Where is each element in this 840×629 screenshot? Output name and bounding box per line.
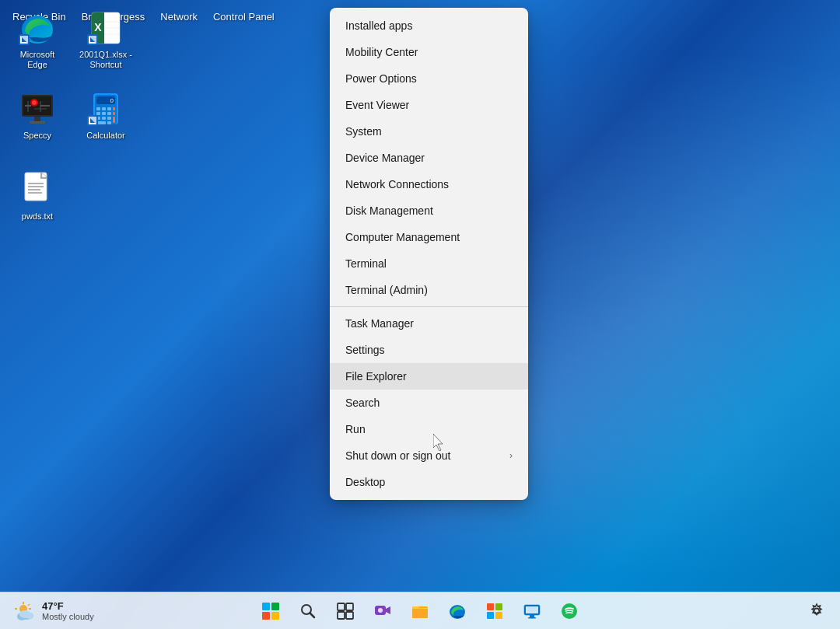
menu-label-run: Run <box>345 423 366 435</box>
excel-icon-image: X <box>87 9 124 47</box>
menu-item-event-viewer[interactable]: Event Viewer <box>330 92 528 118</box>
menu-item-shut-down[interactable]: Shut down or sign out › <box>330 442 528 469</box>
menu-item-installed-apps[interactable]: Installed apps <box>330 12 528 39</box>
menu-item-terminal-admin[interactable]: Terminal (Admin) <box>330 277 528 303</box>
weather-icon <box>12 599 37 624</box>
menu-label-mobility-center: Mobility Center <box>345 46 418 58</box>
calculator-icon-desktop[interactable]: 0 <box>75 87 137 165</box>
calculator-label: Calculator <box>86 131 125 141</box>
desktop: Recycle Bin Brian Burgess Network Contro… <box>0 0 840 629</box>
weather-text: 47°F Mostly cloudy <box>42 600 94 621</box>
menu-label-terminal-admin: Terminal (Admin) <box>345 284 428 296</box>
menu-label-device-manager: Device Manager <box>345 152 425 164</box>
settings-taskbar-button[interactable] <box>800 594 834 628</box>
excel-label: 2001Q1.xlsx - Shortcut <box>78 50 134 70</box>
menu-item-desktop[interactable]: Desktop <box>330 469 528 495</box>
task-view-button[interactable] <box>328 594 362 628</box>
svg-rect-71 <box>338 603 345 610</box>
start-button[interactable] <box>254 594 288 628</box>
svg-text:X: X <box>94 21 102 33</box>
svg-rect-38 <box>113 112 115 115</box>
menu-item-run[interactable]: Run <box>330 416 528 442</box>
weather-temp: 47°F <box>42 600 94 612</box>
svg-point-19 <box>32 100 37 105</box>
menu-label-network-connections: Network Connections <box>345 178 449 190</box>
edge-label: Microsoft Edge <box>9 50 65 70</box>
svg-rect-35 <box>96 112 100 115</box>
control-panel-label: Control Panel <box>213 11 275 23</box>
svg-rect-88 <box>528 617 536 619</box>
txt-label: pwds.txt <box>22 211 53 222</box>
svg-rect-34 <box>113 107 115 110</box>
svg-rect-41 <box>107 117 111 120</box>
file-explorer-taskbar-button[interactable] <box>403 594 437 628</box>
taskbar-center <box>254 594 586 628</box>
menu-item-search[interactable]: Search <box>330 390 528 416</box>
svg-rect-31 <box>96 107 100 110</box>
menu-label-settings: Settings <box>345 344 385 356</box>
menu-label-installed-apps: Installed apps <box>345 19 412 32</box>
svg-rect-81 <box>487 603 494 610</box>
shut-down-arrow: › <box>509 450 513 461</box>
txt-icon-desktop[interactable]: pwds.txt <box>6 168 68 246</box>
txt-icon-image <box>19 171 56 208</box>
menu-item-file-explorer[interactable]: File Explorer <box>330 363 528 390</box>
menu-item-system[interactable]: System <box>330 118 528 145</box>
svg-point-77 <box>378 608 383 613</box>
edge-icon-image <box>19 9 56 47</box>
svg-rect-68 <box>271 612 279 620</box>
svg-point-90 <box>814 608 820 613</box>
edge-taskbar-button[interactable] <box>440 594 474 628</box>
menu-item-computer-management[interactable]: Computer Management <box>330 224 528 250</box>
speccy-icon-desktop[interactable]: Speccy <box>6 87 68 165</box>
menu-label-search: Search <box>345 397 380 409</box>
excel-icon-desktop[interactable]: X 2001Q1.xlsx - Shortcut <box>75 6 137 84</box>
remote-taskbar-button[interactable] <box>515 594 549 628</box>
menu-label-file-explorer: File Explorer <box>345 370 407 383</box>
svg-point-64 <box>26 613 33 619</box>
svg-point-89 <box>562 603 577 619</box>
weather-description: Mostly cloudy <box>42 612 94 621</box>
edge-icon-desktop[interactable]: Microsoft Edge <box>6 6 68 84</box>
store-taskbar-button[interactable] <box>478 594 512 628</box>
menu-item-settings[interactable]: Settings <box>330 337 528 363</box>
svg-rect-72 <box>346 603 353 610</box>
weather-widget[interactable]: 47°F Mostly cloudy <box>6 597 100 625</box>
menu-item-device-manager[interactable]: Device Manager <box>330 145 528 171</box>
spotify-taskbar-button[interactable] <box>552 594 586 628</box>
menu-label-desktop: Desktop <box>345 476 385 488</box>
desktop-icons-area: Microsoft Edge X <box>0 0 143 252</box>
network-label: Network <box>160 11 198 23</box>
menu-label-event-viewer: Event Viewer <box>345 99 409 111</box>
svg-line-58 <box>28 604 30 606</box>
menu-item-power-options[interactable]: Power Options <box>330 65 528 92</box>
taskbar-right <box>800 594 834 628</box>
menu-item-terminal[interactable]: Terminal <box>330 250 528 277</box>
svg-rect-40 <box>102 117 106 120</box>
menu-label-power-options: Power Options <box>345 72 417 85</box>
menu-label-system: System <box>345 125 382 138</box>
svg-rect-65 <box>262 603 270 610</box>
menu-item-disk-management[interactable]: Disk Management <box>330 197 528 224</box>
menu-item-task-manager[interactable]: Task Manager <box>330 310 528 337</box>
svg-rect-7 <box>103 12 104 44</box>
svg-rect-74 <box>346 612 353 619</box>
meet-button[interactable] <box>366 594 400 628</box>
menu-label-disk-management: Disk Management <box>345 204 433 217</box>
svg-rect-83 <box>487 612 494 619</box>
svg-rect-44 <box>107 121 111 124</box>
svg-rect-82 <box>495 603 502 610</box>
taskbar-search-button[interactable] <box>291 594 325 628</box>
svg-rect-37 <box>107 112 111 115</box>
menu-item-network-connections[interactable]: Network Connections <box>330 171 528 197</box>
calculator-icon-image: 0 <box>87 90 124 128</box>
svg-rect-32 <box>102 107 106 110</box>
svg-rect-87 <box>530 615 534 617</box>
menu-item-mobility-center[interactable]: Mobility Center <box>330 39 528 65</box>
speccy-icon-image <box>19 90 56 128</box>
svg-text:0: 0 <box>110 97 114 104</box>
svg-marker-76 <box>386 606 390 614</box>
menu-label-computer-management: Computer Management <box>345 231 460 243</box>
svg-line-70 <box>310 613 315 617</box>
svg-rect-25 <box>34 117 40 121</box>
